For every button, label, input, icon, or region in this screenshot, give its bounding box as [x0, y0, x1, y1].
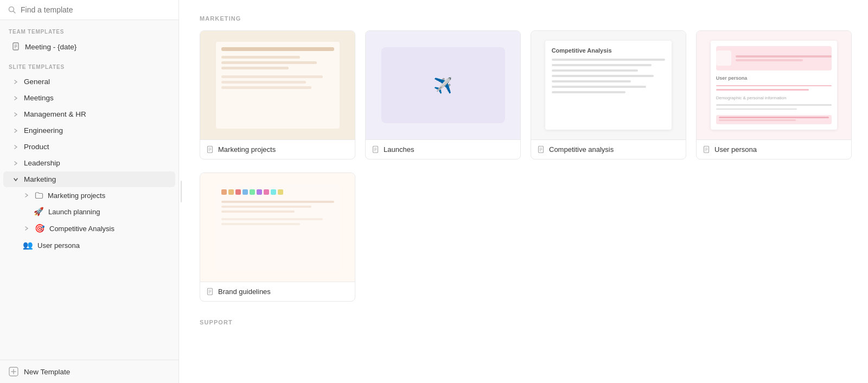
main-content: MARKETING	[183, 0, 868, 383]
nested-item-label: User persona	[37, 241, 80, 250]
chevron-right-icon	[23, 225, 30, 232]
sidebar-item-launch-planning[interactable]: 🚀 Launch planning	[3, 203, 175, 220]
doc-small-icon	[538, 146, 545, 154]
sidebar-item-marketing-projects[interactable]: Marketing projects	[3, 188, 175, 203]
doc-small-icon	[703, 146, 711, 154]
sidebar-item-user-persona[interactable]: 👥 User persona	[3, 237, 175, 253]
brand-preview-image	[216, 184, 340, 271]
search-input[interactable]	[21, 5, 171, 14]
brand-dots	[221, 189, 334, 195]
template-preview-launches: ✈️	[366, 31, 520, 139]
sidebar-item-label: Marketing	[24, 175, 56, 183]
sidebar-item-competitive-analysis[interactable]: 🎯 Competitive Analysis	[3, 220, 175, 237]
template-name: Competitive analysis	[549, 145, 614, 154]
sidebar-item-label: Meetings	[24, 94, 54, 102]
template-name: User persona	[714, 145, 757, 154]
sidebar-item-management-hr[interactable]: Management & HR	[3, 106, 175, 122]
template-preview-brand	[200, 173, 355, 282]
meeting-item-label: Meeting - {date}	[25, 43, 76, 51]
nested-item-label: Competitive Analysis	[49, 225, 114, 233]
search-container	[0, 0, 178, 20]
chevron-right-icon	[12, 78, 20, 86]
persona-icon-placeholder	[716, 50, 731, 66]
persona-top-box	[716, 46, 832, 71]
sidebar-item-engineering[interactable]: Engineering	[3, 123, 175, 138]
chevron-right-icon	[12, 111, 20, 118]
team-templates-label: TEAM TEMPLATES	[0, 20, 178, 38]
marketing-second-row: Brand guidelines	[200, 173, 852, 302]
rocket-icon: 🚀	[34, 207, 44, 216]
sidebar: TEAM TEMPLATES Meeting - {date} SLITE TE…	[0, 0, 179, 383]
users-icon: 👥	[23, 240, 33, 250]
plus-template-icon	[9, 367, 18, 376]
marketing-template-grid: Marketing projects ✈️ Launches	[200, 30, 852, 159]
template-name: Launches	[384, 145, 414, 154]
chevron-right-icon	[12, 127, 20, 135]
svg-line-1	[14, 11, 16, 14]
chevron-right-icon	[12, 143, 20, 151]
sidebar-item-marketing[interactable]: Marketing	[3, 171, 175, 187]
rocket-preview-icon: ✈️	[433, 76, 452, 94]
template-card-brand-guidelines[interactable]: Brand guidelines	[200, 173, 355, 302]
doc-icon	[12, 42, 21, 51]
template-label-launches: Launches	[366, 139, 520, 159]
template-name: Marketing projects	[218, 145, 276, 154]
launches-preview-image: ✈️	[381, 47, 505, 123]
marketing-section-header: MARKETING	[200, 15, 852, 22]
sidebar-item-product[interactable]: Product	[3, 139, 175, 155]
sidebar-item-label: Engineering	[24, 126, 63, 135]
template-label-marketing-projects: Marketing projects	[200, 139, 355, 159]
chevron-down-icon	[12, 176, 20, 183]
doc-small-icon	[207, 146, 214, 154]
sidebar-item-label: Management & HR	[24, 110, 86, 118]
new-template-button[interactable]: New Template	[0, 360, 178, 383]
sidebar-item-label: Product	[24, 143, 49, 151]
resize-indicator	[181, 181, 182, 202]
nested-item-label: Marketing projects	[48, 192, 105, 200]
sidebar-item-label: General	[24, 78, 50, 86]
template-label-persona: User persona	[697, 139, 851, 159]
sidebar-scroll: TEAM TEMPLATES Meeting - {date} SLITE TE…	[0, 20, 178, 360]
template-card-competitive-analysis[interactable]: Competitive Analysis Competiti	[531, 30, 686, 159]
sidebar-item-general[interactable]: General	[3, 74, 175, 90]
template-preview-persona: User persona Demographic & personal info…	[697, 31, 851, 139]
search-icon	[8, 5, 16, 14]
chevron-right-icon	[23, 192, 30, 199]
chevron-right-icon	[12, 94, 20, 102]
resize-handle[interactable]	[179, 0, 183, 383]
template-label-competitive: Competitive analysis	[531, 139, 686, 159]
sidebar-item-meetings[interactable]: Meetings	[3, 90, 175, 106]
new-template-label: New Template	[24, 368, 70, 376]
deep-nested-item-label: Launch planning	[48, 208, 100, 216]
folder-icon	[35, 191, 43, 200]
template-preview-competitive: Competitive Analysis	[531, 31, 686, 139]
support-section-header: SUPPORT	[200, 319, 852, 325]
slite-templates-label: SLITE TEMPLATES	[0, 55, 178, 73]
chevron-right-icon	[12, 159, 20, 167]
template-card-launches[interactable]: ✈️ Launches	[365, 30, 521, 159]
sidebar-item-leadership[interactable]: Leadership	[3, 155, 175, 171]
sidebar-item-label: Leadership	[24, 159, 60, 167]
doc-small-icon	[372, 146, 380, 154]
persona-preview-image: User persona Demographic & personal info…	[711, 41, 838, 130]
meeting-template-item[interactable]: Meeting - {date}	[3, 39, 175, 55]
competitive-preview-image: Competitive Analysis	[545, 41, 672, 130]
template-name: Brand guidelines	[218, 288, 271, 296]
template-card-marketing-projects[interactable]: Marketing projects	[200, 30, 355, 159]
target-icon: 🎯	[35, 224, 45, 233]
template-preview-marketing-projects	[200, 31, 355, 139]
doc-small-icon	[207, 288, 214, 296]
template-label-brand: Brand guidelines	[200, 282, 355, 301]
template-card-user-persona[interactable]: User persona Demographic & personal info…	[696, 30, 852, 159]
